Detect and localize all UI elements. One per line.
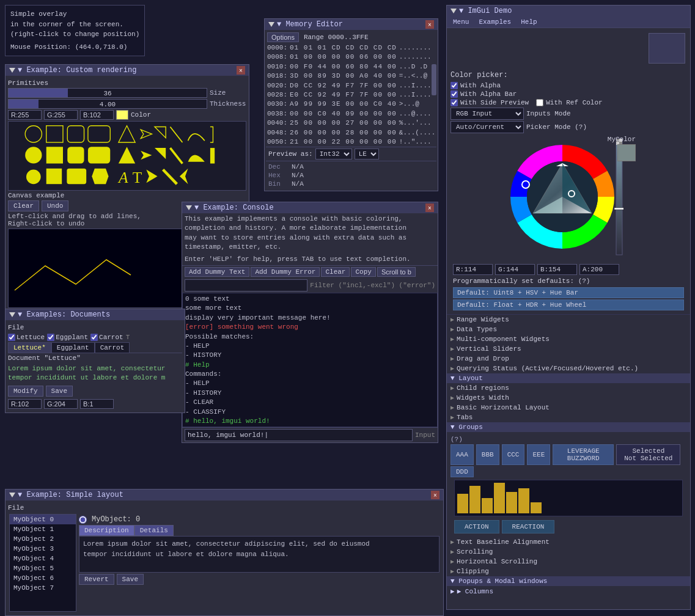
modify-button[interactable]: Modify: [8, 386, 43, 397]
doc-r-input[interactable]: [8, 399, 42, 409]
menu-item-menu[interactable]: Menu: [450, 18, 471, 26]
aaa-button[interactable]: AAA: [450, 444, 474, 465]
thickness-slider[interactable]: 4.00: [8, 99, 207, 109]
revert-button[interactable]: Revert: [79, 574, 114, 585]
save-doc-button[interactable]: Save: [46, 386, 73, 397]
default2-button[interactable]: Default: Float + HDR + Hue Wheel: [453, 299, 684, 310]
doc-g-input[interactable]: [44, 399, 78, 409]
with-alpha-bar-checkbox[interactable]: [450, 90, 458, 98]
popups-section-header[interactable]: ▼ Popups & Modal windows: [447, 576, 690, 586]
custom-render-titlebar[interactable]: ▼ Example: Custom rendering ×: [6, 65, 249, 76]
undo-button[interactable]: Undo: [42, 200, 68, 211]
simple-layout-close[interactable]: ×: [431, 491, 439, 499]
more-section-item[interactable]: ▶Scrolling: [447, 547, 690, 557]
groups-section-header[interactable]: ▼ Groups: [447, 422, 690, 432]
b-input[interactable]: [80, 110, 114, 120]
list-item[interactable]: MyObject 6: [10, 573, 76, 583]
r-rgba-input[interactable]: [453, 264, 493, 275]
layout-item[interactable]: ▶Child regions: [447, 383, 690, 393]
object-list[interactable]: MyObject 0MyObject 1MyObject 2MyObject 3…: [9, 514, 76, 612]
lettuce-checkbox[interactable]: Lettuce: [8, 334, 45, 341]
more-section-item[interactable]: ▶Clipping: [447, 566, 690, 576]
list-item[interactable]: MyObject 3: [10, 544, 76, 554]
rgb-input-select[interactable]: RGB Input: [450, 108, 524, 120]
layout-item[interactable]: ▶Tabs: [447, 413, 690, 422]
layout-item[interactable]: ▶Basic Horizontal Layout: [447, 403, 690, 413]
carrot-tab[interactable]: Carrot: [95, 342, 130, 353]
eee-button[interactable]: EEE: [527, 444, 550, 465]
clear-console-button[interactable]: Clear: [321, 267, 350, 277]
default1-button[interactable]: Default: Uint8 + HSV + Hue Bar: [453, 287, 684, 298]
format-select[interactable]: Int32 Uint8 Float: [315, 148, 352, 160]
ddd-button[interactable]: DDD: [450, 466, 474, 477]
menu-item-examples[interactable]: Examples: [476, 18, 513, 26]
tree-item[interactable]: ▶Querying Status (Active/Focused/Hovered…: [447, 364, 690, 373]
add-dummy-error-button[interactable]: Add Dummy Error: [251, 267, 320, 277]
add-dummy-text-button[interactable]: Add Dummy Text: [185, 267, 249, 277]
with-ref-color-checkbox[interactable]: [536, 99, 543, 106]
tree-item[interactable]: ▶Multi-component Widgets: [447, 334, 690, 344]
with-side-preview-checkbox[interactable]: [450, 99, 458, 106]
description-tab[interactable]: Description: [79, 525, 134, 536]
scroll-bottom-button[interactable]: Scroll to b: [377, 267, 416, 277]
filter-input[interactable]: [185, 279, 307, 292]
copy-console-button[interactable]: Copy: [351, 267, 375, 277]
layout-file-menu[interactable]: File: [8, 504, 441, 512]
a-rgba-input[interactable]: [579, 264, 619, 275]
obj-radio[interactable]: [79, 516, 87, 524]
tree-item[interactable]: ▶Data Types: [447, 324, 690, 334]
action-button[interactable]: ACTION: [454, 520, 499, 534]
reaction-button[interactable]: REACTION: [502, 520, 555, 534]
console-output[interactable]: 0 some textsome more textdisplay very im…: [182, 293, 438, 427]
console-input[interactable]: [185, 429, 413, 441]
mem-scrollbar[interactable]: [432, 64, 436, 95]
layout-section-header[interactable]: ▼ Layout: [447, 373, 690, 383]
console-titlebar[interactable]: ▼ Example: Console ×: [182, 202, 438, 213]
doc-b-input[interactable]: [80, 399, 114, 409]
with-alpha-checkbox[interactable]: [450, 82, 458, 89]
lettuce-tab[interactable]: Lettuce*: [8, 342, 51, 353]
demo-titlebar[interactable]: ▼ ImGui Demo: [447, 6, 690, 16]
mycolor-swatch[interactable]: [617, 144, 636, 161]
list-item[interactable]: MyObject 5: [10, 563, 76, 573]
tree-item[interactable]: ▶Drag and Drop: [447, 354, 690, 364]
auto-current-select[interactable]: Auto/Current: [450, 121, 524, 133]
simple-layout-titlebar[interactable]: ▼ Example: Simple layout ×: [6, 490, 443, 501]
list-item[interactable]: MyObject 1: [10, 524, 76, 534]
list-item[interactable]: MyObject 7: [10, 583, 76, 593]
eggplant-checkbox[interactable]: Eggplant: [47, 334, 88, 341]
documents-titlebar[interactable]: ▼ Examples: Documents: [6, 309, 185, 320]
options-button[interactable]: Options: [267, 32, 299, 42]
leverage-button[interactable]: LEVERAGEBUZZWORD: [553, 444, 614, 465]
menu-item-help[interactable]: Help: [518, 18, 539, 26]
eggplant-tab[interactable]: Eggplant: [51, 342, 95, 353]
bbb-button[interactable]: BBB: [476, 444, 499, 465]
list-item[interactable]: MyObject 0: [10, 515, 76, 524]
clear-button[interactable]: Clear: [8, 200, 39, 211]
details-tab[interactable]: Details: [134, 525, 174, 536]
save-layout-button[interactable]: Save: [117, 574, 144, 585]
size-slider[interactable]: 36: [8, 88, 207, 98]
tree-item[interactable]: ▶Range Widgets: [447, 315, 690, 324]
b-rgba-input[interactable]: [537, 264, 577, 275]
file-menu[interactable]: File: [8, 324, 182, 331]
g-input[interactable]: [44, 110, 78, 120]
color-swatch[interactable]: [116, 110, 128, 120]
columns-section-header[interactable]: ▶ ▶ Columns: [447, 586, 690, 596]
endian-select[interactable]: LE BE: [355, 148, 379, 160]
console-close[interactable]: ×: [425, 204, 434, 212]
more-section-item[interactable]: ▶Text Baseline Alignment: [447, 537, 690, 547]
list-item[interactable]: MyObject 2: [10, 534, 76, 544]
layout-item[interactable]: ▶Widgets Width: [447, 393, 690, 403]
memory-editor-close[interactable]: ×: [425, 20, 434, 29]
r-input[interactable]: [8, 110, 42, 120]
color-wheel-svg[interactable]: [501, 136, 623, 258]
memory-editor-titlebar[interactable]: ▼ Memory Editor ×: [265, 19, 438, 30]
ccc-button[interactable]: CCC: [502, 444, 525, 465]
custom-render-close[interactable]: ×: [237, 66, 245, 75]
carrot-checkbox[interactable]: Carrot: [90, 334, 123, 341]
more-section-item[interactable]: ▶Horizontal Scrolling: [447, 557, 690, 566]
tree-item[interactable]: ▶Vertical Sliders: [447, 344, 690, 354]
list-item[interactable]: MyObject 4: [10, 554, 76, 563]
g-rgba-input[interactable]: [495, 264, 535, 275]
